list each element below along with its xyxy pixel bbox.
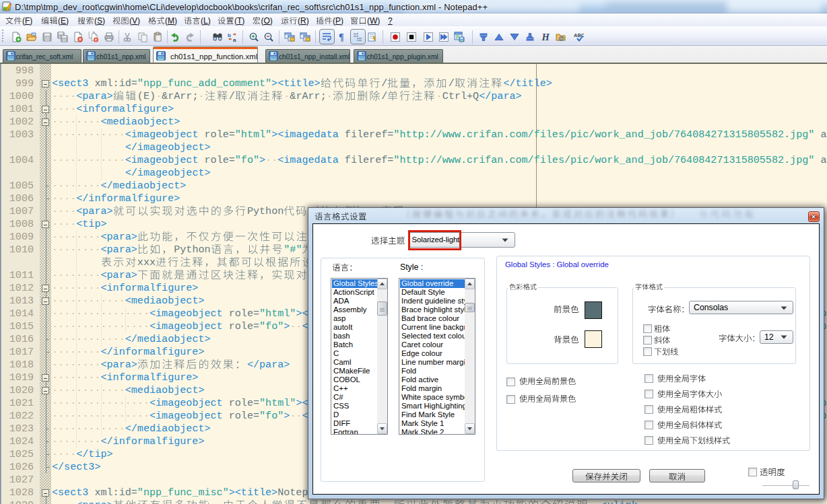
svg-text:a: a (233, 37, 236, 42)
svg-text:b: b (228, 32, 231, 38)
svg-text:¶: ¶ (339, 32, 344, 42)
svg-text:H: H (541, 32, 550, 42)
svg-text:@: @ (558, 35, 564, 42)
